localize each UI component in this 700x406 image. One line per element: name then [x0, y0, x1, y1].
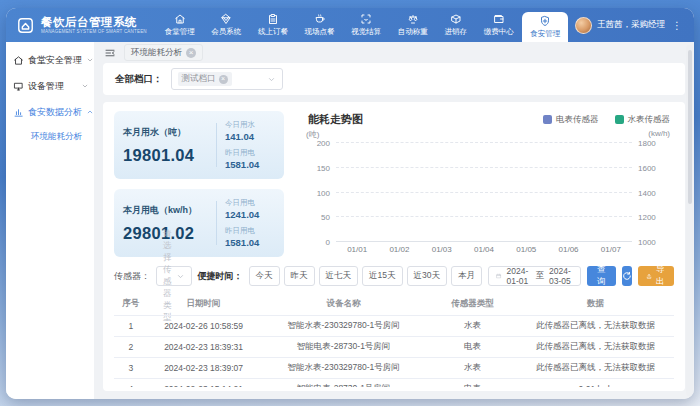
quick-time-button-6[interactable]: 本月 — [451, 266, 482, 286]
table-cell: 3 — [114, 358, 148, 379]
table-cell: 电表 — [428, 379, 518, 388]
refresh-icon — [622, 271, 632, 281]
table-cell: 此传感器已离线，无法获取数据 — [517, 337, 674, 358]
user-menu[interactable]: 王茜茜，采购经理 ⋮ — [569, 8, 694, 42]
sidebar-item-1[interactable]: 食堂安全管理 — [6, 47, 94, 73]
nav-item-auto-weighing[interactable]: 自动称重 — [390, 8, 436, 42]
nav-item-canteen[interactable]: 食堂管理 — [157, 8, 203, 42]
canteen-safety-icon — [13, 55, 24, 66]
quick-time-button-1[interactable]: 今天 — [249, 266, 280, 286]
device-icon — [13, 81, 24, 92]
analysis-icon — [13, 107, 24, 118]
legend-swatch — [615, 115, 624, 124]
app-header: 餐饮后台管理系统 MANAGEMENT SYSTEM OF SMART CANT… — [6, 8, 694, 42]
stat-side-value: 1581.04 — [225, 159, 275, 170]
table-row: 42024-02-23 15:14:21智能电表-28730-1号房间电表0.0… — [114, 379, 674, 388]
table-cell: 智能水表-230329780-1号房间 — [260, 316, 428, 337]
stat-divider — [216, 123, 217, 167]
sidebar-subitem-environment-energy[interactable]: 环境能耗分析 — [6, 125, 94, 149]
table-header-cell: 传感器类型 — [428, 293, 518, 316]
energy-trend-chart: 能耗走势图 电表传感器水表传感器 (吨) (kw/h) 050100150200… — [300, 111, 674, 257]
stall-select[interactable]: 测试档口 × — [171, 68, 283, 90]
collapse-sidebar-icon[interactable] — [104, 47, 116, 59]
food-safety-icon — [539, 15, 551, 27]
stat-side-values: 今日用水141.04昨日用电1581.04 — [225, 120, 275, 170]
gridline — [336, 216, 632, 217]
stat-side-label: 今日用水 — [225, 120, 275, 130]
stat-value: 19801.04 — [123, 146, 208, 165]
stat-cards: 本月用水（吨）19801.04今日用水141.04昨日用电1581.04本月用电… — [114, 111, 284, 257]
quick-time-label: 便捷时间： — [198, 270, 243, 283]
legend-item-water-meter[interactable]: 水表传感器 — [615, 114, 671, 126]
legend-item-electric-meter[interactable]: 电表传感器 — [543, 114, 599, 126]
export-button[interactable]: 导出 — [638, 266, 675, 286]
remove-stall-icon[interactable]: × — [219, 75, 228, 84]
tab-label: 环境能耗分析 — [131, 47, 182, 59]
top-nav: 食堂管理会员系统线上订餐现场点餐视觉结算自动称重进销存缴费中心食安管理 — [156, 8, 569, 42]
refresh-button[interactable] — [622, 266, 632, 286]
legend-label: 水表传感器 — [628, 114, 671, 126]
tab-environment-energy[interactable]: 环境能耗分析 × — [124, 44, 203, 61]
stat-side-values: 今日用电1241.04昨日用电1581.04 — [225, 198, 275, 248]
date-end: 2024-03-05 — [549, 266, 573, 286]
table-cell: 2024-02-26 10:58:59 — [148, 316, 260, 337]
inventory-icon — [450, 13, 462, 25]
app-subtitle: MANAGEMENT SYSTEM OF SMART CANTEEN — [41, 29, 147, 34]
nav-item-inventory[interactable]: 进销存 — [436, 8, 475, 42]
more-options-icon[interactable]: ⋮ — [670, 20, 684, 31]
export-icon — [646, 272, 652, 281]
nav-item-membership[interactable]: 会员系统 — [203, 8, 249, 42]
gridline — [336, 142, 632, 143]
sidebar: 食堂安全管理设备管理食安数据分析环境能耗分析 — [6, 42, 94, 399]
close-tab-icon[interactable]: × — [186, 48, 196, 58]
nav-item-label: 进销存 — [444, 27, 467, 37]
table-header-cell: 数据 — [517, 293, 674, 316]
quick-time-button-5[interactable]: 近30天 — [407, 266, 447, 286]
date-range-picker[interactable]: 2024-01-01 至 2024-03-05 — [488, 266, 581, 286]
search-button[interactable]: 查询 — [587, 266, 616, 286]
stat-side-value: 1581.04 — [225, 237, 275, 248]
onsite-order-icon — [314, 13, 326, 25]
y-axis-tick-left: 100 — [317, 188, 330, 197]
nav-item-payment-center[interactable]: 缴费中心 — [476, 8, 522, 42]
stat-side-label: 昨日用电 — [225, 226, 275, 236]
stat-card-1: 本月用水（吨）19801.04今日用水141.04昨日用电1581.04 — [114, 111, 284, 179]
table-cell: 此传感器已离线，无法获取数据 — [517, 316, 674, 337]
y-axis-tick-right: 1200 — [638, 213, 656, 222]
table-header-cell: 设备名称 — [260, 293, 428, 316]
avatar[interactable] — [575, 17, 592, 34]
nav-item-online-order[interactable]: 线上订餐 — [250, 8, 296, 42]
table-cell: 2024-02-23 15:14:21 — [148, 379, 260, 388]
chevron-down-icon — [267, 75, 276, 84]
visual-settlement-icon — [360, 13, 372, 25]
table-header-cell: 日期时间 — [148, 293, 260, 316]
stat-side-entry: 昨日用电1581.04 — [225, 148, 275, 170]
gridline — [336, 192, 632, 193]
main-content: 环境能耗分析 × 全部档口： 测试档口 × 本月用 — [94, 42, 694, 399]
sensor-type-select[interactable]: 请选择传感器类型 — [156, 266, 192, 286]
sidebar-item-3[interactable]: 食安数据分析 — [6, 99, 94, 125]
scrollbar-thumb[interactable] — [688, 50, 692, 204]
sidebar-item-2[interactable]: 设备管理 — [6, 73, 94, 99]
nav-item-label: 自动称重 — [398, 27, 428, 37]
nav-item-onsite-order[interactable]: 现场点餐 — [297, 8, 343, 42]
nav-item-food-safety[interactable]: 食安管理 — [522, 12, 568, 42]
quick-time-button-3[interactable]: 近七天 — [319, 266, 359, 286]
membership-icon — [220, 13, 232, 25]
quick-time-button-2[interactable]: 昨天 — [284, 266, 315, 286]
analysis-card: 本月用水（吨）19801.04今日用水141.04昨日用电1581.04本月用电… — [103, 102, 685, 391]
stat-card-2: 本月用电（kw/h）29801.02今日用电1241.04昨日用电1581.04 — [114, 189, 284, 257]
x-axis-label: 01/05 — [516, 245, 536, 254]
canteen-icon — [174, 13, 186, 25]
chevron-down-icon — [86, 56, 94, 64]
vertical-scrollbar[interactable] — [686, 45, 693, 396]
nav-item-visual-settlement[interactable]: 视觉结算 — [343, 8, 389, 42]
selected-stall-tag: 测试档口 × — [178, 72, 232, 86]
quick-time-button-4[interactable]: 近15天 — [362, 266, 402, 286]
sensor-filter-label: 传感器： — [114, 270, 150, 283]
plot-area: 0501001502001000120014001600180001/0101/… — [336, 143, 632, 242]
quick-time-buttons: 今天昨天近七天近15天近30天本月 — [249, 266, 482, 286]
app-window: 餐饮后台管理系统 MANAGEMENT SYSTEM OF SMART CANT… — [6, 8, 694, 399]
legend-label: 电表传感器 — [556, 114, 599, 126]
gridline — [336, 167, 632, 168]
